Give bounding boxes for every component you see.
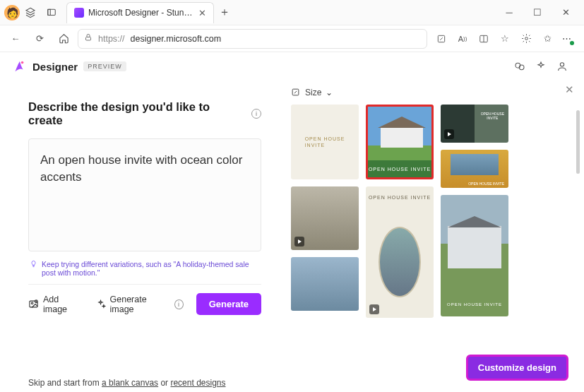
- extensions-icon[interactable]: [516, 29, 536, 49]
- window-maximize[interactable]: ☐: [523, 2, 552, 23]
- resize-icon: [291, 88, 301, 97]
- designer-logo-icon: [11, 59, 27, 74]
- app-header: Designer PREVIEW: [0, 52, 584, 81]
- design-card[interactable]: OPEN HOUSE INVITE: [441, 195, 508, 316]
- tab-favicon: [74, 8, 84, 18]
- add-image-icon: [28, 299, 39, 310]
- lock-icon: [84, 33, 93, 44]
- skip-row: Skip and start from a blank canvas or re…: [28, 378, 226, 388]
- read-aloud-icon[interactable]: A)): [453, 29, 472, 49]
- browser-tab[interactable]: Microsoft Designer - Stunning d ✕: [66, 2, 214, 23]
- copilot-icon[interactable]: [509, 56, 530, 77]
- window-close[interactable]: ✕: [552, 2, 580, 23]
- card-text: OPEN HOUSE INVITE: [441, 302, 508, 307]
- add-image-button[interactable]: Add image: [28, 295, 83, 314]
- profile-avatar[interactable]: 🧑: [4, 5, 20, 20]
- close-panel-icon[interactable]: ✕: [565, 83, 574, 96]
- skip-prefix: Skip and start from: [28, 378, 102, 388]
- svg-point-9: [519, 65, 524, 70]
- play-icon: [444, 129, 454, 139]
- app-name: Designer: [32, 61, 78, 73]
- design-card[interactable]: [291, 257, 359, 311]
- svg-point-12: [31, 302, 33, 304]
- gallery-scrollbar[interactable]: [576, 110, 580, 174]
- card-text: OPEN HOUSE INVITE: [481, 112, 504, 120]
- prompt-panel: Describe the design you'd like to create…: [0, 81, 282, 392]
- add-image-label: Add image: [43, 295, 83, 314]
- browser-titlebar: 🧑 Microsoft Designer - Stunning d ✕ ＋ ─ …: [0, 0, 584, 25]
- svg-rect-0: [48, 9, 56, 15]
- generate-image-label: Generate image: [110, 295, 169, 314]
- customize-design-button[interactable]: Customize design: [466, 355, 568, 381]
- info-icon[interactable]: i: [251, 109, 261, 119]
- sparkle-small-icon: [95, 299, 106, 310]
- new-tab-button[interactable]: ＋: [214, 2, 235, 23]
- nav-home-button[interactable]: [54, 29, 73, 49]
- info-icon-small[interactable]: i: [174, 299, 184, 309]
- card-text: OPEN HOUSE INVITE: [298, 136, 352, 148]
- url-host: designer.microsoft.com: [131, 34, 222, 44]
- url-input[interactable]: https://designer.microsoft.com: [78, 29, 427, 49]
- url-scheme: https://: [98, 34, 125, 44]
- size-dropdown[interactable]: Size ⌄: [291, 88, 573, 97]
- design-card[interactable]: OPEN HOUSE INVITE: [291, 105, 359, 179]
- nav-refresh-button[interactable]: ⟳: [30, 29, 49, 49]
- svg-point-6: [525, 37, 528, 40]
- svg-rect-1: [48, 9, 51, 15]
- skip-or: or: [158, 378, 170, 388]
- more-menu-icon[interactable]: ⋯: [559, 29, 578, 49]
- account-icon[interactable]: [552, 56, 573, 77]
- window-minimize[interactable]: ─: [495, 2, 523, 23]
- favorite-star-icon[interactable]: ☆: [495, 29, 515, 49]
- preview-badge: PREVIEW: [83, 61, 126, 71]
- svg-point-7: [21, 61, 24, 64]
- workspaces-icon[interactable]: [20, 2, 41, 23]
- hint-text: Keep trying different variations, such a…: [28, 256, 261, 284]
- prompt-actions: Add image Generate image i Generate: [28, 284, 261, 315]
- hint-label: Keep trying different variations, such a…: [42, 260, 260, 277]
- main-content: Describe the design you'd like to create…: [0, 81, 584, 392]
- design-gallery: OPEN HOUSE INVITE OPEN HOUSE INVITE OPEN…: [291, 105, 573, 323]
- play-icon: [369, 304, 379, 314]
- lightbulb-icon: [30, 260, 37, 268]
- design-card[interactable]: [291, 186, 359, 250]
- generate-image-button[interactable]: Generate image i: [95, 295, 184, 314]
- design-card[interactable]: OPEN HOUSE INVITE: [441, 105, 508, 143]
- nav-back-button[interactable]: ←: [6, 29, 25, 49]
- blank-canvas-link[interactable]: a blank canvas: [102, 378, 158, 388]
- tab-actions-icon[interactable]: [41, 2, 62, 23]
- browser-address-bar: ← ⟳ https://designer.microsoft.com A)) ☆…: [0, 25, 584, 52]
- tab-close-icon[interactable]: ✕: [198, 8, 206, 18]
- size-label: Size: [305, 88, 321, 97]
- window-controls: ─ ☐ ✕: [495, 2, 580, 23]
- svg-rect-2: [86, 37, 91, 41]
- play-icon: [294, 237, 304, 247]
- split-screen-icon[interactable]: [474, 29, 494, 49]
- prompt-heading: Describe the design you'd like to create: [28, 100, 247, 127]
- design-card-selected[interactable]: OPEN HOUSE INVITE: [366, 105, 434, 179]
- generate-button[interactable]: Generate: [196, 293, 261, 315]
- favorites-list-icon[interactable]: ✩: [537, 29, 557, 49]
- design-card[interactable]: OPEN HOUSE INVITE: [441, 150, 508, 188]
- card-text: OPEN HOUSE INVITE: [366, 195, 434, 200]
- app-available-icon[interactable]: [431, 29, 451, 49]
- card-text: OPEN HOUSE INVITE: [369, 167, 431, 172]
- svg-point-10: [560, 63, 564, 66]
- tab-title: Microsoft Designer - Stunning d: [88, 8, 194, 18]
- prompt-textarea[interactable]: An open house invite with ocean color ac…: [28, 138, 261, 251]
- card-text: OPEN HOUSE INVITE: [468, 182, 504, 186]
- results-panel: ✕ Size ⌄ OPEN HOUSE INVITE OPEN HOUSE IN…: [282, 81, 584, 392]
- recent-designs-link[interactable]: recent designs: [170, 378, 225, 388]
- sparkle-icon[interactable]: [530, 56, 552, 77]
- design-card[interactable]: OPEN HOUSE INVITE: [366, 186, 434, 318]
- chevron-down-icon: ⌄: [326, 88, 333, 97]
